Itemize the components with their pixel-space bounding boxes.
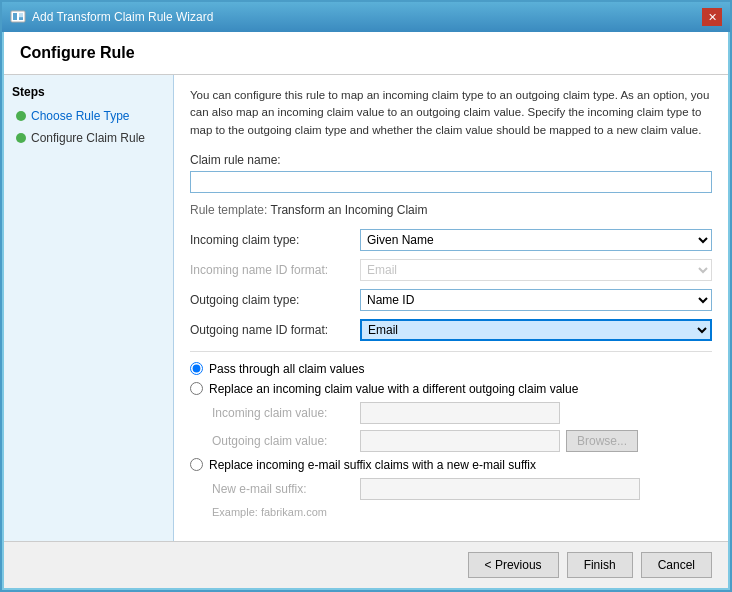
wizard-icon (10, 9, 26, 25)
incoming-name-id-row: Incoming name ID format: Email (190, 259, 712, 281)
outgoing-claim-value-input[interactable] (360, 430, 560, 452)
main-content: Steps Choose Rule Type Configure Claim R… (4, 75, 728, 541)
svg-rect-1 (13, 13, 17, 20)
incoming-claim-value-row: Incoming claim value: (212, 402, 712, 424)
radio-replace-value-label: Replace an incoming claim value with a d… (209, 382, 578, 396)
step-done-icon (16, 111, 26, 121)
description-text: You can configure this rule to map an in… (190, 87, 712, 139)
new-email-suffix-row: New e-mail suffix: (212, 478, 712, 500)
outgoing-name-id-row: Outgoing name ID format: Email Persisten… (190, 319, 712, 341)
browse-button[interactable]: Browse... (566, 430, 638, 452)
outgoing-name-id-select[interactable]: Email Persistent Transient (360, 319, 712, 341)
close-button[interactable]: ✕ (702, 8, 722, 26)
incoming-name-id-label: Incoming name ID format: (190, 263, 360, 277)
page-header: Configure Rule (4, 32, 728, 75)
sidebar-title: Steps (12, 85, 165, 99)
sidebar-item-label: Configure Claim Rule (31, 131, 145, 145)
rule-template: Rule template: Transform an Incoming Cla… (190, 203, 712, 217)
radio-pass-through: Pass through all claim values (190, 362, 712, 376)
radio-pass-through-label: Pass through all claim values (209, 362, 364, 376)
radio-replace-email-label: Replace incoming e-mail suffix claims wi… (209, 458, 536, 472)
radio-replace-email-input[interactable] (190, 458, 203, 471)
content-area: You can configure this rule to map an in… (174, 75, 728, 541)
window-body: Configure Rule Steps Choose Rule Type Co… (2, 32, 730, 590)
radio-pass-through-input[interactable] (190, 362, 203, 375)
sidebar: Steps Choose Rule Type Configure Claim R… (4, 75, 174, 541)
cancel-button[interactable]: Cancel (641, 552, 712, 578)
divider (190, 351, 712, 352)
radio-replace-email: Replace incoming e-mail suffix claims wi… (190, 458, 712, 472)
outgoing-claim-type-select[interactable]: Name ID E-Mail Address UPN (360, 289, 712, 311)
rule-template-value: Transform an Incoming Claim (271, 203, 428, 217)
finish-button[interactable]: Finish (567, 552, 633, 578)
outgoing-claim-value-row: Outgoing claim value: Browse... (212, 430, 712, 452)
outgoing-claim-value-label: Outgoing claim value: (212, 434, 360, 448)
outgoing-name-id-label: Outgoing name ID format: (190, 323, 360, 337)
footer: < Previous Finish Cancel (4, 541, 728, 588)
sidebar-item-configure-claim-rule: Configure Claim Rule (12, 129, 165, 147)
outgoing-claim-type-label: Outgoing claim type: (190, 293, 360, 307)
new-email-suffix-input[interactable] (360, 478, 640, 500)
claim-rule-name-input[interactable] (190, 171, 712, 193)
radio-replace-value: Replace an incoming claim value with a d… (190, 382, 712, 396)
step-current-icon (16, 133, 26, 143)
example-text: Example: fabrikam.com (212, 506, 712, 518)
window-title: Add Transform Claim Rule Wizard (32, 10, 213, 24)
previous-button[interactable]: < Previous (468, 552, 559, 578)
new-email-suffix-label: New e-mail suffix: (212, 482, 360, 496)
incoming-claim-type-label: Incoming claim type: (190, 233, 360, 247)
claim-rule-name-label: Claim rule name: (190, 153, 712, 167)
rule-template-label: Rule template: (190, 203, 267, 217)
incoming-name-id-select[interactable]: Email (360, 259, 712, 281)
sidebar-item-choose-rule-type[interactable]: Choose Rule Type (12, 107, 165, 125)
incoming-claim-value-label: Incoming claim value: (212, 406, 360, 420)
window: Add Transform Claim Rule Wizard ✕ Config… (0, 0, 732, 592)
svg-rect-3 (19, 13, 23, 18)
sidebar-item-label: Choose Rule Type (31, 109, 130, 123)
page-title: Configure Rule (20, 44, 712, 62)
incoming-claim-type-row: Incoming claim type: Given Name E-Mail A… (190, 229, 712, 251)
incoming-claim-type-select[interactable]: Given Name E-Mail Address UPN Common Nam… (360, 229, 712, 251)
claim-rule-name-group: Claim rule name: (190, 153, 712, 193)
radio-replace-value-input[interactable] (190, 382, 203, 395)
outgoing-claim-type-row: Outgoing claim type: Name ID E-Mail Addr… (190, 289, 712, 311)
title-bar: Add Transform Claim Rule Wizard ✕ (2, 2, 730, 32)
incoming-claim-value-input[interactable] (360, 402, 560, 424)
